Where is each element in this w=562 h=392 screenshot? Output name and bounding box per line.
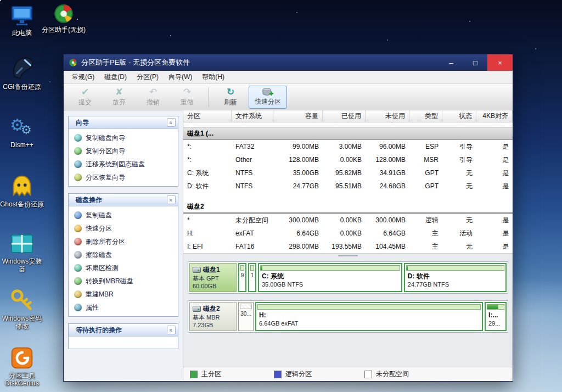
sidebar-item-delete-all-partitions[interactable]: 删除所有分区 (69, 235, 178, 248)
partition-row[interactable]: D: 软件 NTFS 24.77GB 95.51MB 24.68GB GPT 无… (183, 180, 513, 193)
icon-label: 此电脑 (12, 29, 32, 37)
partition-row[interactable]: H: exFAT 6.64GB 0.00KB 6.64GB 主 活动 是 (183, 227, 513, 240)
icon-label: CGI备份还原 (3, 83, 41, 91)
sidebar-item-migrate-to-ssd[interactable]: 迁移系统到固态磁盘 (69, 158, 178, 171)
desktop-icon-diskgenius[interactable]: 分区工具 DiskGenius (0, 346, 44, 387)
maximize-button[interactable]: □ (463, 54, 487, 71)
commit-button[interactable]: ✔ 提交 (69, 86, 101, 109)
table-cell: 193.55MB (323, 240, 366, 253)
table-cell: 298.00MB (273, 240, 323, 253)
partition-box-esp[interactable]: 9 (238, 263, 246, 292)
minimize-button[interactable]: – (439, 54, 463, 71)
table-cell: Other (232, 153, 273, 166)
menu-help[interactable]: 帮助(H) (197, 71, 229, 83)
column-header-partition[interactable]: 分区 (183, 110, 232, 122)
quick-partition-button[interactable]: 快速分区 (249, 86, 287, 109)
desktop-icon-this-pc[interactable]: 此电脑 (0, 5, 44, 37)
toolbar-separator (209, 87, 209, 107)
partition-box-h[interactable]: H: 6.64GB exFAT (255, 302, 483, 331)
disk1-group-header[interactable]: 磁盘1 (... (183, 127, 513, 140)
table-cell: MSR (409, 153, 442, 166)
desktop-icon-ghost-backup[interactable]: Ghost备份还原 (0, 173, 44, 208)
table-cell: 是 (476, 240, 513, 253)
desktop-icon-windows-installer[interactable]: Windows安装器 (0, 232, 44, 273)
splitter-handle[interactable] (338, 255, 358, 256)
legend-primary: 主分区 (190, 369, 221, 379)
sidebar-item-copy-disk-wizard[interactable]: 复制磁盘向导 (69, 131, 178, 144)
table-cell: FAT32 (232, 140, 273, 153)
close-button[interactable]: × (487, 54, 513, 71)
table-cell: 逻辑 (409, 214, 442, 227)
wizard-panel-header[interactable]: 向导 « (69, 116, 178, 129)
discard-button[interactable]: ✘ 放弃 (103, 86, 135, 109)
commit-check-icon: ✔ (81, 87, 89, 97)
toolbar: ✔ 提交 ✘ 放弃 ↶ 撤销 ↷ 重做 ↻ 刷新 (64, 84, 513, 110)
sidebar-item-rebuild-mbr[interactable]: 重建MBR (69, 288, 178, 301)
partition-row[interactable]: C: 系统 NTFS 35.00GB 95.82MB 34.91GB GPT 无… (183, 166, 513, 180)
menu-partition[interactable]: 分区(P) (132, 71, 164, 83)
sidebar-item-quick-partition[interactable]: 快速分区 (69, 222, 178, 235)
disk-operations-panel-header[interactable]: 磁盘操作 « (69, 194, 178, 206)
table-cell: 是 (476, 227, 513, 240)
partition-box-i[interactable]: I:... 29... (485, 302, 507, 331)
refresh-button[interactable]: ↻ 刷新 (215, 86, 246, 109)
delete-all-partitions-icon (74, 238, 82, 245)
desktop-icon-windows-password[interactable]: Windows密码修改 (0, 288, 44, 330)
menu-general[interactable]: 常规(G) (67, 71, 99, 83)
sidebar-item-convert-to-mbr[interactable]: 转换到MBR磁盘 (69, 275, 178, 288)
menu-disk[interactable]: 磁盘(D) (99, 71, 132, 83)
table-cell: 是 (476, 180, 513, 193)
collapse-chevron-icon[interactable]: « (167, 195, 176, 204)
sidebar-item-partition-recovery-wizard[interactable]: 分区恢复向导 (69, 171, 178, 184)
sidebar-item-wipe-disk[interactable]: 擦除磁盘 (69, 248, 178, 261)
primary-partition-swatch (190, 371, 198, 378)
table-cell: 34.91GB (366, 166, 409, 180)
table-cell: GPT (409, 180, 442, 193)
partition-box-msr[interactable]: 1 (248, 263, 256, 292)
disk-operations-panel: 磁盘操作 « 复制磁盘 快速分区 (68, 193, 178, 317)
table-cell: 96.00MB (366, 140, 409, 153)
pending-operations-panel-header[interactable]: 等待执行的操作 « (69, 324, 178, 337)
disk2-label-block[interactable]: 磁盘2 基本 MBR 7.23GB (189, 302, 237, 331)
sidebar-item-copy-disk[interactable]: 复制磁盘 (69, 209, 178, 222)
partition-box-d[interactable]: D: 软件 24.77GB NTFS (404, 263, 507, 292)
desktop-icon-dism[interactable]: ⚙⚙ Dism++ (0, 115, 44, 149)
table-cell: 24.77GB (273, 180, 323, 193)
column-header-unused[interactable]: 未使用 (366, 110, 409, 122)
partition-row[interactable]: *: FAT32 99.00MB 3.00MB 96.00MB ESP 引导 是 (183, 140, 513, 153)
partition-assistant-window: 分区助手PE版 - 无损分区免费软件 – □ × 常规(G) 磁盘(D) 分区(… (63, 54, 513, 382)
partition-box-unallocated[interactable]: 30... (238, 302, 254, 331)
column-header-status[interactable]: 状态 (442, 110, 476, 122)
pending-operations-panel: 等待执行的操作 « (68, 323, 178, 349)
disk1-label-block[interactable]: 磁盘1 基本 GPT 60.00GB (189, 263, 237, 292)
bad-sector-check-icon (74, 264, 82, 272)
column-header-used[interactable]: 已使用 (323, 110, 366, 122)
dism-gears-icon: ⚙⚙ (9, 115, 35, 139)
disk1-graphic-row: 磁盘1 基本 GPT 60.00GB 9 (188, 261, 508, 294)
disk2-group-header[interactable]: 磁盘2 (183, 200, 513, 214)
table-cell: 95.82MB (323, 166, 366, 180)
table-cell: GPT (409, 166, 442, 180)
desktop-icon-cgi-backup[interactable]: CGI备份还原 (0, 54, 44, 91)
titlebar[interactable]: 分区助手PE版 - 无损分区免费软件 – □ × (64, 54, 513, 71)
column-header-type[interactable]: 类型 (409, 110, 442, 122)
sidebar-item-bad-sector-check[interactable]: 坏扇区检测 (69, 261, 178, 275)
desktop-icon-partition-assistant[interactable]: 分区助手(无损) (42, 3, 86, 33)
column-header-4k-aligned[interactable]: 4KB对齐 (476, 110, 513, 122)
partition-box-c[interactable]: C: 系统 35.00GB NTFS (258, 263, 402, 292)
legend-logical: 逻辑分区 (274, 369, 312, 379)
collapse-chevron-icon[interactable]: « (167, 326, 176, 334)
column-header-capacity[interactable]: 容量 (273, 110, 323, 122)
redo-button[interactable]: ↷ 重做 (171, 86, 203, 109)
partition-row[interactable]: * 未分配空间 300.00MB 0.00KB 300.00MB 逻辑 无 是 (183, 214, 513, 227)
usage-bar (240, 265, 244, 271)
collapse-chevron-icon[interactable]: « (167, 118, 176, 127)
partition-row[interactable]: *: Other 128.00MB 0.00KB 128.00MB MSR 引导… (183, 153, 513, 166)
column-header-filesystem[interactable]: 文件系统 (232, 110, 273, 122)
sidebar-item-copy-partition-wizard[interactable]: 复制分区向导 (69, 144, 178, 158)
sidebar-item-properties[interactable]: 属性 (69, 301, 178, 314)
partition-row[interactable]: I: EFI FAT16 298.00MB 193.55MB 104.45MB … (183, 240, 513, 253)
table-cell: 0.00KB (323, 227, 366, 240)
undo-button[interactable]: ↶ 撤销 (137, 86, 169, 109)
menu-wizard[interactable]: 向导(W) (164, 71, 197, 83)
